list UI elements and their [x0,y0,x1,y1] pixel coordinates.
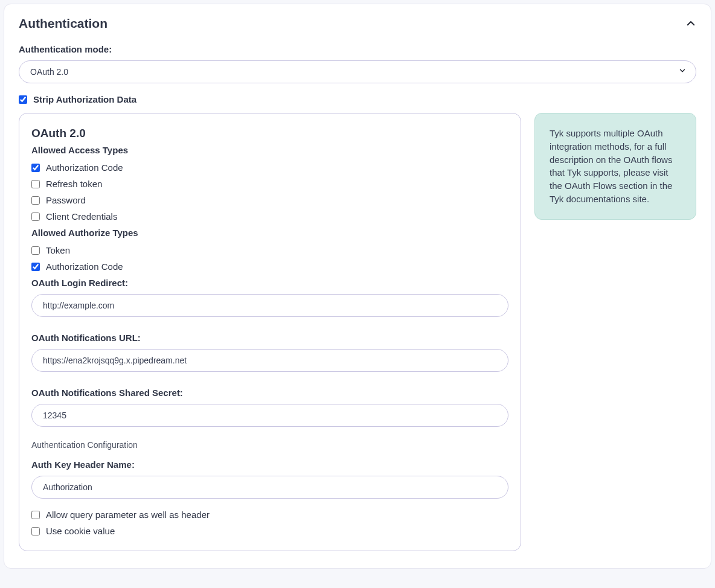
allow-query-checkbox[interactable] [31,511,40,519]
auth-key-header-input[interactable] [31,476,508,499]
mode-select[interactable]: OAuth 2.0 [19,60,696,83]
card-title: Authentication [19,16,107,31]
info-body: Tyk supports multiple OAuth integration … [550,128,672,204]
auth-card: Authentication Authentication mode: OAut… [4,4,711,569]
authorize-auth-code[interactable]: Authorization Code [31,261,508,272]
authorize-token[interactable]: Token [31,245,508,255]
use-cookie-label: Use cookie value [46,526,115,536]
access-auth-code[interactable]: Authorization Code [31,162,508,173]
access-auth-code-checkbox[interactable] [31,164,40,172]
allow-query-row[interactable]: Allow query parameter as well as header [31,510,508,520]
oauth-title: OAuth 2.0 [31,127,508,140]
allow-query-label: Allow query parameter as well as header [46,510,210,520]
authorize-auth-code-label: Authorization Code [46,261,123,272]
notifications-secret-input[interactable] [31,404,508,427]
strip-auth-row: Strip Authorization Data [19,94,696,104]
access-password-checkbox[interactable] [31,196,40,205]
access-client-cred-checkbox[interactable] [31,213,40,221]
access-refresh[interactable]: Refresh token [31,179,508,189]
authorize-token-label: Token [46,245,70,255]
mode-value: OAuth 2.0 [30,67,68,77]
access-password[interactable]: Password [31,195,508,205]
access-refresh-checkbox[interactable] [31,180,40,188]
card-header: Authentication [19,16,696,31]
oauth-panel: OAuth 2.0 Allowed Access Types Authoriza… [19,113,521,551]
access-refresh-label: Refresh token [46,179,102,189]
use-cookie-checkbox[interactable] [31,527,40,535]
access-client-cred-label: Client Credentials [46,211,117,222]
notifications-url-input[interactable] [31,349,508,372]
notifications-url-label: OAuth Notifications URL: [31,333,508,343]
access-password-label: Password [46,195,86,205]
access-client-cred[interactable]: Client Credentials [31,211,508,222]
login-redirect-label: OAuth Login Redirect: [31,278,508,288]
login-redirect-input[interactable] [31,294,508,317]
info-box: Tyk supports multiple OAuth integration … [534,113,696,220]
access-types-list: Authorization Code Refresh token Passwor… [31,162,508,222]
use-cookie-row[interactable]: Use cookie value [31,526,508,536]
allowed-authorize-label: Allowed Authorize Types [31,228,508,238]
auth-config-heading: Authentication Configuration [31,440,508,450]
authorize-types-list: Token Authorization Code [31,245,508,272]
authorize-auth-code-checkbox[interactable] [31,263,40,271]
authorize-token-checkbox[interactable] [31,246,40,255]
collapse-toggle[interactable] [685,18,696,29]
allowed-access-label: Allowed Access Types [31,145,508,155]
mode-label: Authentication mode: [19,44,696,54]
chevron-up-icon [685,18,696,29]
access-auth-code-label: Authorization Code [46,162,123,173]
auth-key-header-label: Auth Key Header Name: [31,459,508,470]
strip-auth-checkbox[interactable] [19,95,27,104]
strip-auth-label: Strip Authorization Data [33,94,136,104]
notifications-secret-label: OAuth Notifications Shared Secret: [31,388,508,398]
